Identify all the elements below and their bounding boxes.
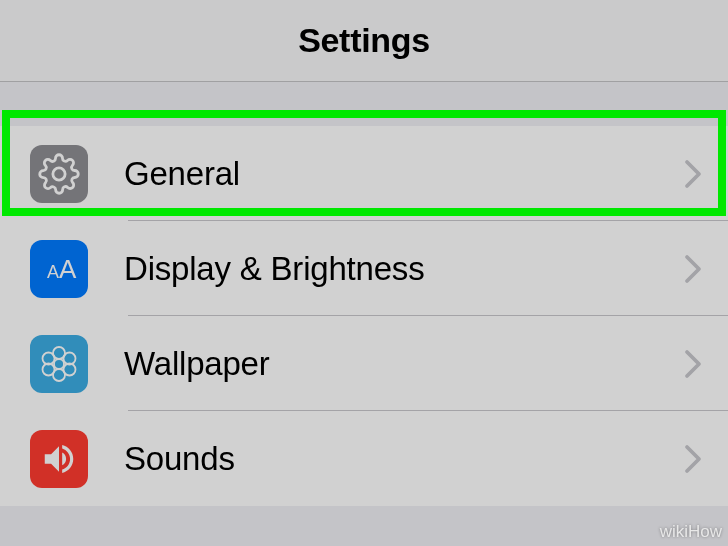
chevron-right-icon — [684, 444, 702, 474]
row-sounds[interactable]: Sounds — [0, 411, 728, 506]
watermark: wikiHow — [660, 522, 722, 542]
settings-list: General A A Display & Brightness — [0, 126, 728, 506]
flower-icon — [30, 335, 88, 393]
text-size-icon: A A — [30, 240, 88, 298]
row-label-display: Display & Brightness — [124, 250, 684, 288]
row-display-brightness[interactable]: A A Display & Brightness — [0, 221, 728, 316]
svg-point-2 — [54, 359, 64, 369]
row-general[interactable]: General — [0, 126, 728, 221]
gear-icon — [30, 145, 88, 203]
row-label-sounds: Sounds — [124, 440, 684, 478]
speaker-icon — [30, 430, 88, 488]
row-label-wallpaper: Wallpaper — [124, 345, 684, 383]
svg-text:A: A — [59, 254, 77, 284]
row-wallpaper[interactable]: Wallpaper — [0, 316, 728, 411]
page-title: Settings — [298, 21, 430, 60]
chevron-right-icon — [684, 349, 702, 379]
section-spacer — [0, 82, 728, 126]
svg-text:A: A — [47, 262, 59, 282]
row-label-general: General — [124, 155, 684, 193]
chevron-right-icon — [684, 159, 702, 189]
header: Settings — [0, 0, 728, 82]
chevron-right-icon — [684, 254, 702, 284]
